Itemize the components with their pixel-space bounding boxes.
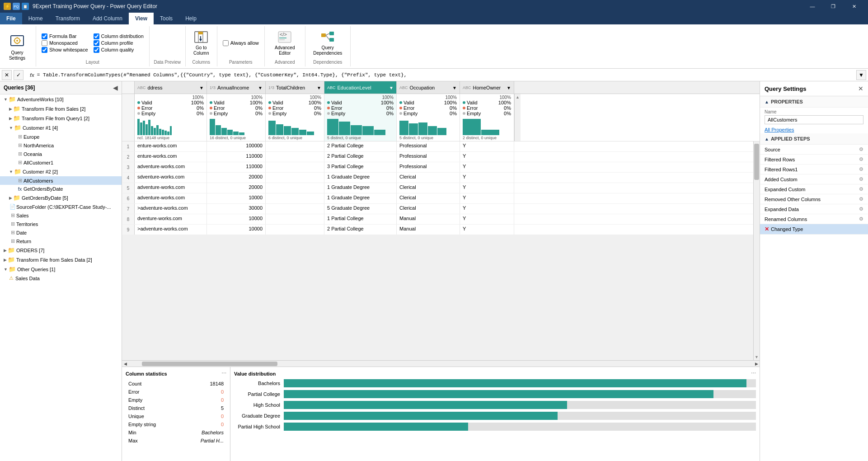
all-properties-link[interactable]: All Properties (760, 126, 868, 133)
tab-help[interactable]: Help (179, 13, 203, 24)
sidebar-item-getordersbydate[interactable]: fx GetOrdersByDate (0, 185, 122, 193)
col-header-ddress[interactable]: ABC ddress ▼ (135, 81, 207, 94)
minimize-button[interactable]: — (802, 0, 823, 13)
step-gear-icon[interactable]: ⚙ (859, 156, 863, 162)
step-filtered-rows1[interactable]: Filtered Rows1 ⚙ (760, 165, 868, 174)
sidebar-item-allcustomer1[interactable]: ⊞ AllCustomer1 (0, 158, 122, 167)
filter-ddress[interactable]: ▼ (199, 85, 204, 90)
step-renamed-columns[interactable]: Renamed Columns ⚙ (760, 214, 868, 224)
sidebar-item-sales-data[interactable]: ⚠ Sales Data (5, 274, 122, 282)
monospaced-checkbox[interactable]: Monospaced (42, 40, 88, 46)
step-gear-icon[interactable]: ⚙ (859, 176, 863, 182)
column-dist-check[interactable] (94, 33, 99, 39)
sidebar-collapse-button[interactable]: ◀ (113, 84, 118, 91)
sidebar-item-allcustomers[interactable]: ⊞ AllCustomers (0, 176, 122, 185)
filter-occupation[interactable]: ▼ (452, 85, 457, 90)
tab-tools[interactable]: Tools (154, 13, 179, 24)
col-header-occupation[interactable]: ABC Occupation ▼ (397, 81, 460, 94)
sidebar-item-northamerica[interactable]: ⊞ NorthAmerica (0, 141, 122, 150)
tab-home[interactable]: Home (22, 13, 49, 24)
sidebar-item-getordersbydate-folder[interactable]: ▶ 📁 GetOrdersByDate [5] (5, 193, 122, 202)
mini-bar (409, 123, 418, 135)
sidebar-item-transform-file-query1[interactable]: ▶ 📁 Transform File from Query1 [2] (5, 113, 122, 123)
step-expanded-data[interactable]: Expanded Data ⚙ (760, 204, 868, 214)
sidebar-item-customer2[interactable]: ▼ 📁 Customer #2 [2] (5, 167, 122, 176)
always-allow-checkbox[interactable]: Always allow (221, 38, 261, 48)
query-dependencies-button[interactable]: QueryDependencies (310, 28, 346, 58)
formula-bar-check[interactable] (42, 33, 47, 39)
type-icon-abc: ABC (137, 85, 146, 90)
tab-transform[interactable]: Transform (49, 13, 86, 24)
sidebar-item-customer1[interactable]: ▼ 📁 Customer #1 [4] (5, 123, 122, 132)
formula-expand-button[interactable]: ▼ (856, 70, 866, 80)
chevron-down-icon: ▼ (4, 97, 8, 102)
go-to-column-label: Go toColumn (193, 45, 209, 56)
col-header-homeowner[interactable]: ABC HomeOwner ▼ (460, 81, 514, 94)
go-to-column-button[interactable]: Go toColumn (190, 28, 212, 58)
step-expanded-custom[interactable]: Expanded Custom ⚙ (760, 184, 868, 194)
step-filtered-rows[interactable]: Filtered Rows ⚙ (760, 155, 868, 165)
column-distribution-checkbox[interactable]: Column distribution (94, 33, 144, 39)
filter-annualincome[interactable]: ▼ (258, 85, 263, 90)
query-settings-button[interactable]: QuerySettings (5, 30, 30, 63)
formula-accept-button[interactable]: ✓ (14, 70, 23, 80)
tab-file[interactable]: File (0, 13, 22, 24)
sidebar-item-europe[interactable]: ⊞ Europe (0, 132, 122, 141)
step-gear-icon[interactable]: ⚙ (859, 186, 863, 192)
close-button[interactable]: ✕ (844, 0, 864, 13)
step-added-custom[interactable]: Added Custom ⚙ (760, 174, 868, 184)
monospaced-check[interactable] (42, 40, 47, 46)
scroll-down-arrow[interactable]: ▼ (754, 354, 760, 360)
sidebar-item-transform-file-sales[interactable]: ▶ 📁 Transform File from Sales [2] (5, 104, 122, 113)
column-stats-more-button[interactable]: ⋯ (221, 371, 226, 376)
step-removed-other-columns[interactable]: Removed Other Columns ⚙ (760, 194, 868, 204)
query-settings-close-button[interactable]: ✕ (858, 85, 863, 92)
column-profile-checkbox[interactable]: Column profile (94, 40, 144, 46)
hscroll-right-arrow[interactable]: ▶ (753, 361, 760, 367)
app-icon: ⚡ (4, 3, 11, 10)
step-gear-icon[interactable]: ⚙ (859, 146, 863, 152)
sidebar-item-orders[interactable]: ▶ 📁 ORDERS [7] (0, 245, 122, 255)
tab-view[interactable]: View (129, 13, 154, 24)
vertical-scroll[interactable]: ▲ (514, 94, 521, 141)
hscroll-left-arrow[interactable]: ◀ (122, 361, 128, 367)
sidebar-item-other-queries[interactable]: ▼ 📁 Other Queries [1] (0, 264, 122, 274)
show-whitespace-checkbox[interactable]: Show whitespace (42, 47, 88, 53)
step-gear-icon[interactable]: ⚙ (859, 166, 863, 172)
step-gear-icon[interactable]: ⚙ (859, 206, 863, 212)
column-quality-check[interactable] (94, 47, 99, 53)
scroll-up-arrow[interactable]: ▲ (515, 94, 521, 100)
dot-valid (137, 101, 140, 104)
step-source[interactable]: Source ⚙ (760, 145, 868, 155)
formula-bar-checkbox[interactable]: Formula Bar (42, 33, 88, 39)
formula-reject-button[interactable]: ✕ (2, 70, 12, 80)
advanced-editor-button[interactable]: </> AdvancedEditor (271, 28, 298, 58)
show-whitespace-check[interactable] (42, 47, 47, 53)
formula-input[interactable] (37, 72, 854, 78)
sidebar-item-territories[interactable]: ⊞ Territories (5, 220, 122, 228)
maximize-button[interactable]: ❐ (823, 0, 844, 13)
sidebar-item-sales[interactable]: ⊞ Sales (5, 211, 122, 220)
value-dist-more-button[interactable]: ⋯ (751, 371, 756, 376)
col-header-educationlevel[interactable]: ABC EducationLevel ▼ (324, 81, 397, 94)
step-gear-icon[interactable]: ⚙ (859, 216, 863, 222)
sidebar-item-sourcefolder[interactable]: 📄 SourceFolder (C:\9EXPERT-Case Study-..… (5, 202, 122, 211)
column-quality-checkbox[interactable]: Column quality (94, 47, 144, 53)
sidebar-item-transform-sales-data[interactable]: ▶ 📁 Transform File from Sales Data [2] (0, 255, 122, 264)
step-changed-type[interactable]: ✕ Changed Type (760, 224, 868, 235)
sidebar-item-adventureworks[interactable]: ▼ 📁 AdventureWorks [10] (0, 94, 122, 104)
filter-educationlevel[interactable]: ▼ (389, 85, 394, 90)
step-gear-icon[interactable]: ⚙ (859, 196, 863, 202)
filter-homeowner[interactable]: ▼ (507, 85, 511, 90)
query-name-input[interactable] (765, 115, 863, 124)
col-header-annualincome[interactable]: 1²3 AnnualIncome ▼ (207, 81, 266, 94)
tab-add-column[interactable]: Add Column (86, 13, 129, 24)
sidebar-item-return[interactable]: ⊞ Return (5, 237, 122, 245)
always-allow-check[interactable] (223, 40, 229, 46)
sidebar-item-date[interactable]: ⊞ Date (5, 228, 122, 237)
filter-totalchildren[interactable]: ▼ (317, 85, 321, 90)
col-header-totalchildren[interactable]: 1²3 TotalChildren ▼ (266, 81, 324, 94)
data-scrollbar[interactable]: ▼ (753, 141, 760, 360)
sidebar-item-oceania[interactable]: ⊞ Oceania (0, 150, 122, 158)
column-profile-check[interactable] (94, 40, 99, 46)
